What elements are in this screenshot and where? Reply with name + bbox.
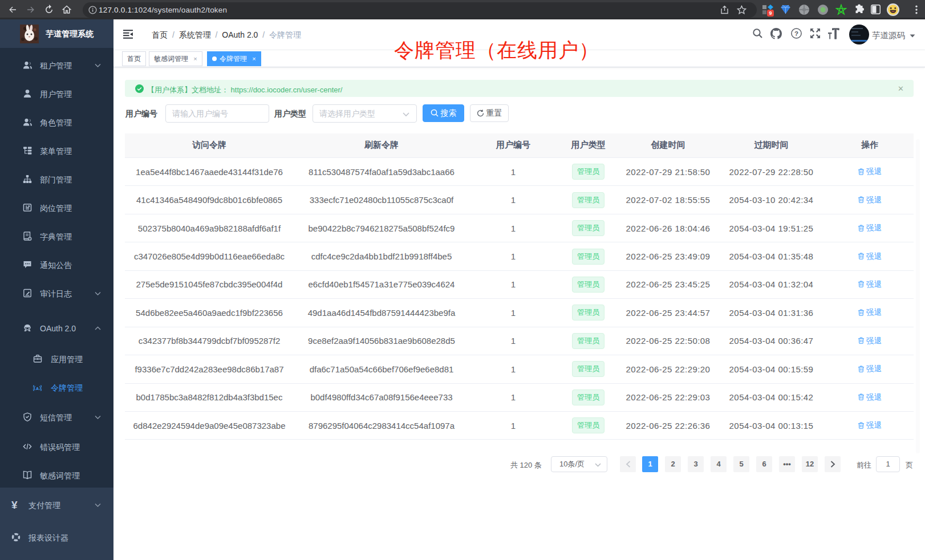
svg-text:A: A [36, 387, 39, 391]
svg-text:?: ? [794, 30, 798, 37]
svg-text:9: 9 [769, 10, 772, 16]
